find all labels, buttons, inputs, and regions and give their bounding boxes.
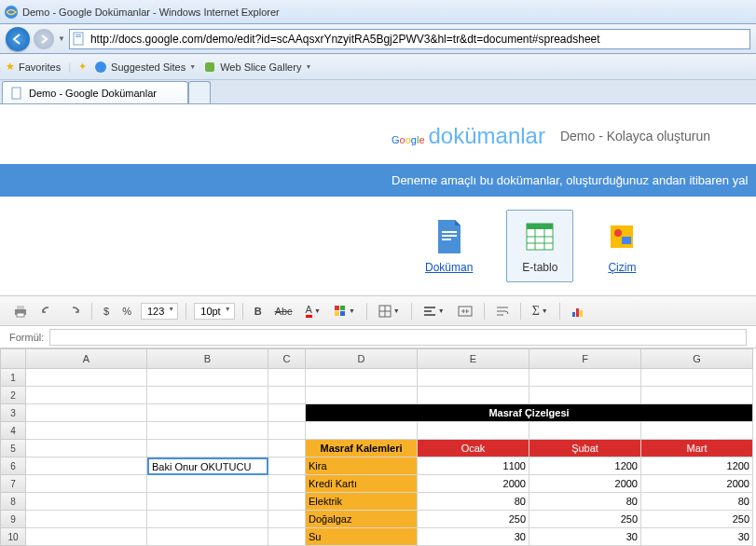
cell[interactable] — [147, 387, 268, 404]
wrap-button[interactable] — [492, 303, 513, 320]
row-header-2[interactable]: 2 — [0, 387, 26, 404]
strike-button[interactable]: Abc — [271, 303, 296, 320]
row-header-10[interactable]: 10 — [0, 528, 26, 546]
cell[interactable] — [418, 387, 529, 404]
column-header-B[interactable]: B — [147, 348, 268, 369]
forward-button[interactable] — [34, 29, 54, 49]
cell[interactable] — [268, 511, 306, 528]
browser-tab[interactable]: Demo - Google Dokümanlar — [2, 81, 188, 103]
cell[interactable]: Baki Onur OKUTUCU — [147, 457, 268, 475]
column-header-C[interactable]: C — [268, 348, 306, 369]
cell[interactable] — [26, 440, 147, 457]
formula-button[interactable]: Σ ▼ — [529, 301, 552, 321]
cell[interactable] — [147, 511, 268, 528]
fill-color-button[interactable]: ▼ — [330, 302, 359, 321]
cell[interactable]: Ocak — [418, 440, 529, 457]
column-header-G[interactable]: G — [641, 348, 753, 369]
cell[interactable] — [641, 369, 753, 387]
bold-button[interactable]: B — [251, 303, 266, 320]
cell[interactable]: 250 — [529, 511, 641, 528]
border-button[interactable]: ▼ — [375, 302, 404, 321]
cell[interactable] — [147, 422, 268, 440]
cell[interactable]: Kira — [306, 457, 418, 475]
cell[interactable] — [418, 422, 529, 440]
cell[interactable] — [529, 422, 641, 440]
cell[interactable]: 1200 — [641, 457, 753, 475]
cizim-link[interactable]: Çizim — [592, 211, 652, 281]
cell[interactable]: 2000 — [418, 475, 529, 493]
column-header-E[interactable]: E — [418, 348, 529, 369]
web-slice-link[interactable]: Web Slice Gallery ▼ — [203, 61, 311, 74]
etablo-link[interactable]: E-tablo — [506, 210, 573, 282]
cell[interactable] — [268, 422, 306, 440]
cell[interactable] — [26, 369, 147, 387]
new-tab-button[interactable] — [188, 81, 211, 103]
cell[interactable] — [268, 457, 306, 475]
cell[interactable]: 80 — [641, 493, 753, 511]
cell[interactable]: 30 — [529, 528, 641, 546]
cell[interactable]: Kredi Kartı — [306, 475, 418, 493]
add-favorite-button[interactable]: ✦ — [78, 61, 87, 73]
chart-button[interactable] — [568, 302, 590, 321]
cell[interactable] — [529, 387, 641, 404]
cell[interactable] — [147, 440, 268, 457]
cell-grid[interactable]: Masraf ÇizelgesiMasraf KalemleriOcakŞuba… — [26, 369, 753, 546]
cell[interactable] — [268, 440, 306, 457]
cell[interactable] — [268, 475, 306, 493]
cell[interactable]: 1200 — [529, 457, 641, 475]
cell[interactable] — [147, 369, 268, 387]
cell[interactable] — [147, 493, 268, 511]
column-header-D[interactable]: D — [306, 348, 418, 369]
cell[interactable] — [147, 404, 268, 422]
cell[interactable]: 80 — [418, 493, 529, 511]
cell[interactable] — [26, 457, 147, 475]
cell[interactable]: 80 — [529, 493, 641, 511]
cell[interactable] — [26, 493, 147, 511]
cell[interactable] — [268, 528, 306, 546]
number-format-select[interactable]: 123 — [141, 303, 178, 320]
favorites-button[interactable]: ★ Favorites — [6, 61, 61, 73]
row-header-9[interactable]: 9 — [0, 511, 26, 528]
column-header-F[interactable]: F — [529, 348, 641, 369]
cell[interactable]: Masraf Kalemleri — [306, 440, 418, 457]
align-button[interactable]: ▼ — [419, 303, 448, 320]
cell[interactable]: 2000 — [529, 475, 641, 493]
cell[interactable]: 2000 — [641, 475, 753, 493]
cell[interactable] — [268, 369, 306, 387]
redo-button[interactable] — [63, 303, 84, 320]
cell[interactable]: Mart — [641, 440, 753, 457]
cell[interactable] — [268, 387, 306, 404]
cell[interactable] — [306, 422, 418, 440]
cell[interactable] — [26, 511, 147, 528]
text-color-button[interactable]: A ▼ — [302, 301, 324, 321]
cell[interactable]: Elektrik — [306, 493, 418, 511]
suggested-sites-link[interactable]: Suggested Sites ▼ — [94, 61, 196, 74]
row-header-4[interactable]: 4 — [0, 422, 26, 440]
currency-button[interactable]: $ — [100, 303, 113, 320]
cell[interactable] — [26, 387, 147, 404]
back-button[interactable] — [6, 27, 30, 51]
cell[interactable]: 1100 — [418, 457, 529, 475]
row-header-1[interactable]: 1 — [0, 369, 26, 387]
address-bar[interactable] — [69, 29, 750, 49]
undo-button[interactable] — [37, 303, 58, 320]
row-header-5[interactable]: 5 — [0, 440, 26, 457]
url-input[interactable] — [90, 33, 748, 46]
cell[interactable]: Su — [306, 528, 418, 546]
cell[interactable]: 250 — [641, 511, 753, 528]
cell[interactable] — [641, 387, 753, 404]
cell[interactable]: 250 — [418, 511, 529, 528]
cell[interactable] — [147, 475, 268, 493]
cell[interactable]: 30 — [641, 528, 753, 546]
cell[interactable]: Doğalgaz — [306, 511, 418, 528]
row-header-6[interactable]: 6 — [0, 457, 26, 475]
cell[interactable] — [268, 493, 306, 511]
cell[interactable]: 30 — [418, 528, 529, 546]
nav-dropdown-icon[interactable]: ▼ — [58, 34, 65, 43]
cell[interactable] — [306, 387, 418, 404]
cell[interactable]: Masraf Çizelgesi — [306, 404, 753, 422]
cell[interactable] — [529, 369, 641, 387]
cell[interactable] — [268, 404, 306, 422]
percent-button[interactable]: % — [118, 303, 135, 320]
cell[interactable] — [418, 369, 529, 387]
